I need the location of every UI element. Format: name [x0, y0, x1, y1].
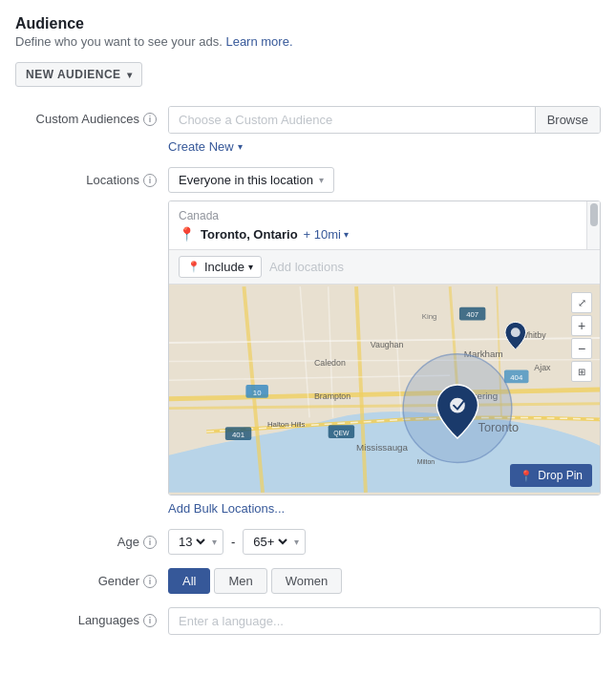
gender-info-icon[interactable]: i — [143, 575, 157, 588]
location-city: Toronto, Ontario — [201, 227, 298, 242]
age-dash: - — [231, 535, 235, 549]
svg-text:Caledon: Caledon — [314, 358, 346, 368]
age-label: Age i — [15, 529, 168, 549]
svg-text:Halton Hills: Halton Hills — [267, 420, 306, 429]
languages-input[interactable] — [168, 607, 601, 635]
locations-row: Locations i Everyone in this location ▾ … — [15, 167, 601, 516]
scrollbar-thumb — [590, 203, 598, 226]
include-caret-icon: ▾ — [248, 262, 253, 272]
custom-audiences-label: Custom Audiences i — [15, 106, 168, 126]
map-svg: 407 401 10 QEW Caledon Vaughan Markham W… — [169, 285, 600, 495]
age-content: 13182125 ▾ - 65+554535 ▾ — [168, 529, 601, 555]
page-subtitle: Define who you want to see your ads. Lea… — [15, 34, 601, 49]
location-radius-dropdown[interactable]: + 10mi ▾ — [304, 227, 349, 242]
age-max-select[interactable]: 65+554535 ▾ — [243, 529, 306, 555]
gender-all-button[interactable]: All — [168, 568, 210, 594]
age-select-row: 13182125 ▾ - 65+554535 ▾ — [168, 529, 601, 555]
age-max-dropdown[interactable]: 65+554535 — [249, 534, 290, 550]
svg-text:Vaughan: Vaughan — [371, 340, 404, 349]
location-country: Canada — [179, 209, 590, 222]
svg-text:QEW: QEW — [333, 430, 350, 437]
location-dropdown-button[interactable]: Everyone in this location ▾ — [168, 167, 334, 193]
location-city-row: 📍 Toronto, Ontario + 10mi ▾ — [179, 226, 590, 242]
gender-women-button[interactable]: Women — [271, 568, 343, 594]
map-container: 407 401 10 QEW Caledon Vaughan Markham W… — [169, 285, 600, 495]
svg-text:407: 407 — [466, 311, 478, 320]
include-pin-icon: 📍 — [187, 261, 201, 273]
locations-content: Everyone in this location ▾ Canada 📍 Tor… — [168, 167, 601, 516]
age-info-icon[interactable]: i — [143, 536, 157, 549]
svg-text:Brampton: Brampton — [314, 391, 350, 401]
svg-text:Milton: Milton — [417, 458, 435, 465]
map-controls: ⤢ + − ⊞ — [571, 292, 592, 382]
drop-pin-button[interactable]: 📍 Drop Pin — [510, 464, 592, 487]
add-bulk-locations-link[interactable]: Add Bulk Locations... — [168, 501, 285, 516]
svg-text:401: 401 — [232, 431, 244, 439]
drop-pin-icon: 📍 — [520, 470, 533, 482]
svg-text:Mississauga: Mississauga — [356, 442, 408, 453]
map-fullscreen-button[interactable]: ⊞ — [571, 361, 592, 382]
page-title: Audience — [15, 15, 601, 32]
custom-audiences-info-icon[interactable]: i — [143, 113, 157, 126]
map-zoom-out-button[interactable]: − — [571, 338, 592, 359]
caret-down-icon: ▾ — [238, 141, 243, 152]
map-expand-button[interactable]: ⤢ — [571, 292, 592, 313]
include-button[interactable]: 📍 Include ▾ — [179, 256, 262, 278]
custom-audiences-input-row: Browse — [168, 106, 601, 134]
location-box: Canada 📍 Toronto, Ontario + 10mi ▾ 📍 Inc… — [168, 200, 601, 496]
svg-text:King: King — [422, 312, 437, 321]
chevron-down-icon: ▾ — [127, 70, 133, 80]
custom-audiences-content: Browse Create New ▾ — [168, 106, 601, 154]
add-locations-input[interactable] — [269, 260, 590, 274]
gender-row: Gender i All Men Women — [15, 568, 601, 594]
radius-caret-icon: ▾ — [344, 229, 349, 240]
gender-label: Gender i — [15, 568, 168, 588]
age-row: Age i 13182125 ▾ - 65+554535 ▾ — [15, 529, 601, 555]
location-scrollbar[interactable] — [586, 201, 600, 249]
map-zoom-in-button[interactable]: + — [571, 315, 592, 336]
gender-buttons: All Men Women — [168, 568, 601, 594]
svg-point-37 — [450, 398, 465, 413]
age-min-select[interactable]: 13182125 ▾ — [168, 529, 223, 555]
age-min-caret-icon: ▾ — [212, 537, 217, 547]
learn-more-link[interactable]: Learn more. — [225, 34, 292, 49]
svg-text:10: 10 — [253, 389, 262, 397]
gender-men-button[interactable]: Men — [214, 568, 266, 594]
age-min-dropdown[interactable]: 13182125 — [175, 534, 208, 550]
location-header: Canada 📍 Toronto, Ontario + 10mi ▾ — [169, 201, 600, 249]
locations-label: Locations i — [15, 167, 168, 187]
create-new-link[interactable]: Create New ▾ — [168, 139, 243, 154]
custom-audiences-input[interactable] — [169, 107, 535, 133]
browse-button[interactable]: Browse — [535, 107, 600, 133]
location-pin-icon: 📍 — [179, 226, 195, 242]
svg-point-38 — [511, 327, 520, 337]
locations-info-icon[interactable]: i — [143, 174, 157, 187]
languages-content — [168, 607, 601, 635]
languages-label: Languages i — [15, 607, 168, 627]
custom-audiences-row: Custom Audiences i Browse Create New ▾ — [15, 106, 601, 154]
location-include-row: 📍 Include ▾ — [169, 249, 600, 285]
languages-info-icon[interactable]: i — [143, 614, 157, 627]
svg-text:404: 404 — [510, 373, 523, 382]
svg-text:Ajax: Ajax — [534, 363, 551, 372]
languages-row: Languages i — [15, 607, 601, 635]
age-max-caret-icon: ▾ — [294, 537, 299, 547]
gender-content: All Men Women — [168, 568, 601, 594]
new-audience-button[interactable]: NEW AUDIENCE ▾ — [15, 62, 142, 87]
location-chevron-icon: ▾ — [319, 175, 324, 185]
